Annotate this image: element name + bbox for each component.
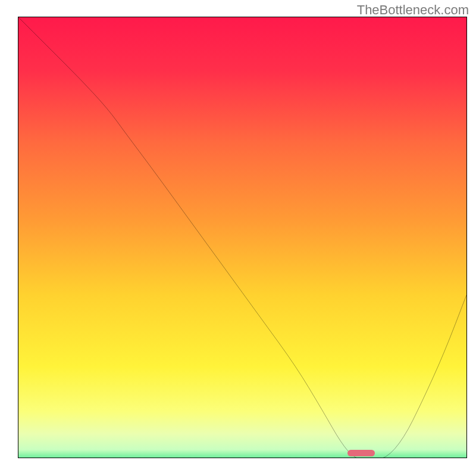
- chart-plot-area: [18, 17, 467, 458]
- chart-curve: [18, 17, 466, 458]
- watermark-text: TheBottleneck.com: [357, 2, 469, 18]
- accent-marker: [347, 450, 374, 456]
